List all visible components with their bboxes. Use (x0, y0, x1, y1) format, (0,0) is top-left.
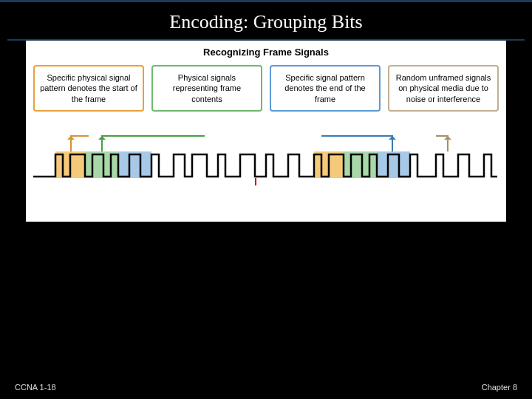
box-end-delimiter: Specific signal pattern denotes the end … (270, 65, 381, 112)
red-marker (255, 178, 256, 185)
arrow-end (392, 137, 393, 151)
footer-left: CCNA 1-18 (15, 383, 56, 392)
connector-noise (436, 135, 449, 137)
box-start-delimiter: Specific physical signal pattern denotes… (33, 65, 144, 112)
diagram: Recognizing Frame Signals Specific physi… (26, 41, 506, 222)
page-title: Encoding: Grouping Bits (7, 2, 525, 41)
signal-diagram (33, 134, 499, 193)
slide: Encoding: Grouping Bits Recognizing Fram… (0, 0, 532, 399)
box-noise: Random unframed signals on physical medi… (388, 65, 499, 112)
box-frame-contents: Physical signals representing frame cont… (151, 65, 262, 112)
footer-right: Chapter 8 (482, 383, 517, 392)
signal-waveform (33, 151, 497, 178)
diagram-subtitle: Recognizing Frame Signals (33, 47, 499, 58)
legend-boxes: Specific physical signal pattern denotes… (33, 65, 499, 112)
arrow-start (70, 137, 72, 151)
footer: CCNA 1-18 Chapter 8 (0, 383, 532, 392)
connector-start (70, 135, 89, 137)
arrow-contents (101, 137, 103, 151)
connector-contents (101, 135, 205, 137)
arrow-noise (447, 137, 449, 151)
connector-end (321, 135, 393, 137)
